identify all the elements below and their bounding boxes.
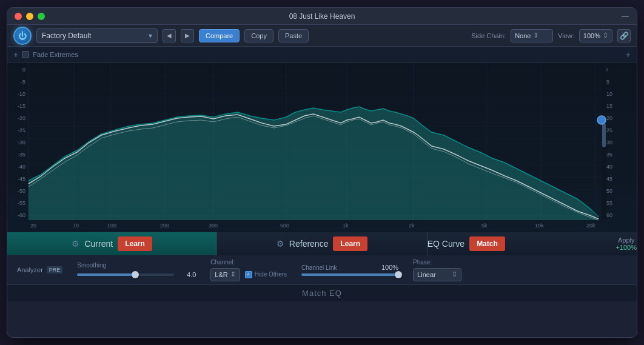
svg-text:300: 300 [209,223,218,229]
power-icon: ⏻ [18,31,27,41]
minimize-traffic-light[interactable] [26,13,33,20]
current-tab-label: Current [84,239,113,249]
channel-link-group: Channel Link 100% [301,264,398,276]
eq-display: 0 -5 -10 -15 -20 -25 -30 -35 -40 -45 -50… [7,62,637,232]
fade-extremes-bar: + Fade Extremes + [7,47,637,62]
svg-text:-30: -30 [18,139,25,146]
side-chain-dropdown[interactable]: None ⇕ [511,29,553,42]
pre-badge: PRE [47,266,63,273]
channel-link-value: 100% [381,264,398,271]
channel-arrow-icon: ⇕ [230,270,236,278]
apply-label: Apply [618,236,635,244]
copy-button[interactable]: Copy [244,29,273,42]
section-tabs: ⚙ Current Learn ⚙ Reference Learn EQ Cur… [7,232,637,255]
toolbar: ⏻ Factory Default ▾ ◀ ▶ Compare Copy Pas… [7,25,637,47]
svg-text:5k: 5k [481,223,488,229]
fade-extremes-checkbox[interactable] [22,51,29,58]
svg-text:-45: -45 [18,176,25,182]
main-window: 08 Just Like Heaven — ⏻ Factory Default … [7,7,637,338]
smoothing-fill [77,273,135,276]
reference-gear-icon: ⚙ [277,239,284,249]
svg-text:-20: -20 [18,115,25,121]
window-close-button[interactable]: — [621,12,629,21]
maximize-traffic-light[interactable] [38,13,45,20]
preset-label: Factory Default [42,32,91,40]
side-chain-arrow-icon: ⇕ [533,32,538,39]
window-title: 08 Just Like Heaven [289,12,355,21]
analyzer-label: Analyzer [17,266,43,273]
svg-text:500: 500 [280,223,289,229]
channel-link-label: Channel Link [301,264,337,271]
channel-link-fill [301,273,398,276]
reference-section-tab[interactable]: ⚙ Reference Learn [217,232,427,255]
dropdown-arrow-icon: ▾ [149,32,152,40]
toolbar-left: ⏻ Factory Default ▾ ◀ ▶ Compare Copy Pas… [13,27,309,45]
svg-text:-5: -5 [21,79,25,85]
channel-link-slider[interactable] [301,273,398,276]
svg-text:-25: -25 [18,127,25,133]
svg-text:100: 100 [107,223,116,229]
add-eq-point-right[interactable]: + [626,50,631,59]
power-button[interactable]: ⏻ [13,27,32,45]
view-dropdown[interactable]: 100% ⇕ [579,29,612,42]
prev-preset-button[interactable]: ◀ [163,29,176,42]
preset-dropdown[interactable]: Factory Default ▾ [36,28,158,43]
phase-label: Phase: [413,259,461,266]
smoothing-group: Smoothing 4.0 [77,262,196,278]
svg-text:-15: -15 [18,103,25,109]
analyzer-section: Analyzer PRE [17,266,62,273]
svg-text:2k: 2k [409,223,415,229]
current-learn-button[interactable]: Learn [118,236,152,251]
footer-title: Match EQ [302,289,342,298]
svg-rect-52 [602,123,606,147]
apply-section: Apply +100% [615,236,637,251]
side-chain-label: Side Chain: [471,32,506,39]
phase-group: Phase: Linear ⇕ [413,259,461,281]
phase-dropdown[interactable]: Linear ⇕ [413,268,461,281]
paste-button[interactable]: Paste [278,29,309,42]
window-controls [15,13,45,20]
svg-text:20k: 20k [586,223,595,229]
link-button[interactable]: 🔗 [617,29,631,42]
close-traffic-light[interactable] [15,13,22,20]
smoothing-slider[interactable] [77,273,174,276]
link-icon: 🔗 [620,32,629,40]
next-preset-button[interactable]: ▶ [181,29,194,42]
svg-text:-60: -60 [18,212,25,218]
svg-text:0: 0 [22,67,25,73]
svg-text:70: 70 [73,223,79,229]
svg-text:-40: -40 [18,164,25,170]
smoothing-value: 4.0 [179,271,196,278]
match-button[interactable]: Match [469,236,505,251]
svg-text:1k: 1k [343,223,349,229]
controls-bar: Analyzer PRE Smoothing 4.0 Channel: L&R … [7,255,637,284]
phase-arrow-icon: ⇕ [452,270,457,278]
reference-learn-button[interactable]: Learn [333,236,367,251]
svg-text:-50: -50 [18,188,25,194]
svg-text:10k: 10k [535,223,544,229]
eq-curve-section-tab[interactable]: EQ Curve Match Apply +100% [428,232,637,255]
channel-link-thumb[interactable] [395,271,402,278]
channel-group: Channel: L&R ⇕ ✓ Hide Others [210,259,287,281]
add-eq-point-left[interactable]: + [13,50,18,59]
smoothing-label: Smoothing [77,262,196,269]
view-arrow-icon: ⇕ [603,32,608,39]
phase-value: Linear [417,271,436,278]
svg-text:20: 20 [30,223,36,229]
eq-curve-svg: 0 -5 -10 -15 -20 -25 -30 -35 -40 -45 -50… [7,62,637,232]
view-value: 100% [583,32,600,39]
view-label: View: [558,32,574,39]
svg-point-53 [597,116,606,124]
svg-text:-35: -35 [18,152,25,158]
channel-select[interactable]: L&R ⇕ [210,268,240,281]
channel-row: L&R ⇕ ✓ Hide Others [210,268,287,281]
apply-value: +100% [615,244,637,251]
toolbar-right: Side Chain: None ⇕ View: 100% ⇕ 🔗 [471,29,631,42]
current-section-tab[interactable]: ⚙ Current Learn [7,232,217,255]
side-chain-value: None [515,32,531,39]
compare-button[interactable]: Compare [199,29,240,42]
smoothing-thumb[interactable] [132,271,139,278]
channel-label: Channel: [210,259,287,266]
channel-value: L&R [215,271,227,278]
hide-others-checkbox[interactable]: ✓ [245,271,252,278]
